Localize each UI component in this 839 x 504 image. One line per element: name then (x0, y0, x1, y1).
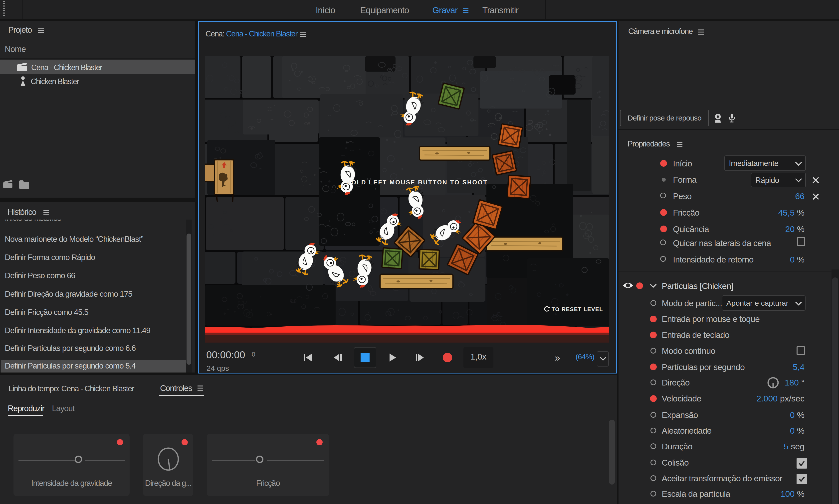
svg-text:TO RESET LEVEL: TO RESET LEVEL (552, 306, 603, 312)
svg-text:HOLD LEFT MOUSE BUTTON TO SHOO: HOLD LEFT MOUSE BUTTON TO SHOOT (346, 179, 488, 186)
